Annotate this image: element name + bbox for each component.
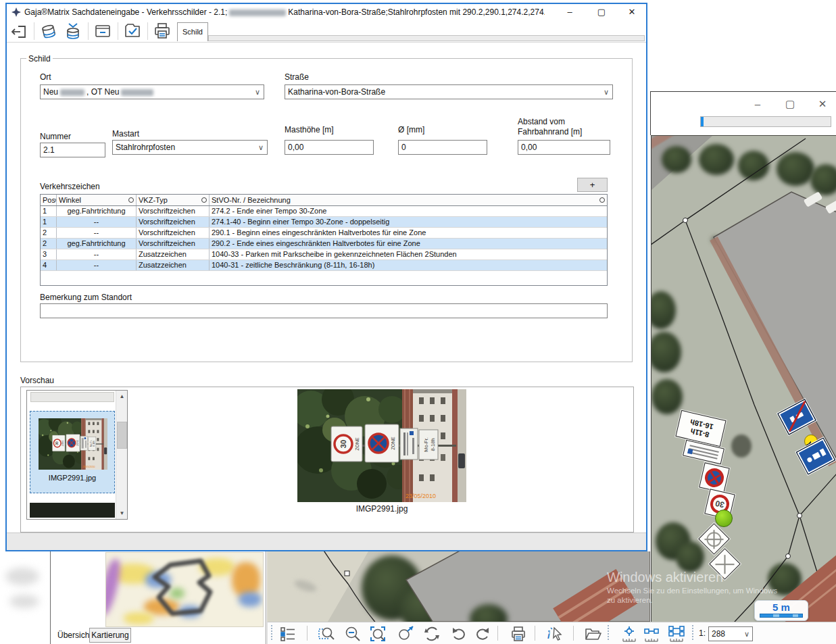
table-row[interactable]: 1-- Vorschriftzeichen274.1-40 - Beginn e… bbox=[41, 217, 607, 228]
strasse-label: Straße bbox=[285, 72, 309, 82]
mastart-combobox[interactable]: Stahlrohrpfosten ∨ bbox=[112, 140, 268, 155]
dialog-maximize-button[interactable]: ▢ bbox=[590, 5, 613, 19]
ort-combobox[interactable]: Neu, OT Neu ∨ bbox=[40, 84, 264, 99]
redacted-text bbox=[121, 89, 153, 96]
durchmesser-label: Ø [mm] bbox=[398, 125, 424, 135]
redacted-text bbox=[60, 89, 84, 96]
thumbnail-scrollbar[interactable]: ▲ ▼ bbox=[116, 391, 127, 519]
redacted-text bbox=[229, 9, 286, 16]
tab-kartierung[interactable]: Kartierung bbox=[89, 628, 131, 643]
map-progress-bar bbox=[700, 116, 831, 127]
print-icon[interactable] bbox=[153, 22, 172, 41]
masthoehe-label: Masthöhe [m] bbox=[285, 125, 334, 135]
map-close-button[interactable]: ✕ bbox=[812, 96, 833, 112]
thumbnail-selected[interactable]: IMGP2991.jpg bbox=[30, 411, 115, 493]
thumbnail-image bbox=[39, 418, 107, 470]
map-sign-time-restriction[interactable]: 8-11h 16-18h bbox=[675, 410, 726, 447]
thumbnail-list[interactable]: IMGP2991.jpg ▲ ▼ bbox=[26, 390, 128, 520]
durchmesser-input[interactable] bbox=[398, 140, 487, 155]
zoom-out-icon[interactable] bbox=[344, 625, 362, 643]
dialog-titlebar[interactable]: Gaja®Matrix Sachdateneingabe - Verkehrss… bbox=[7, 4, 646, 20]
measure-line-icon[interactable] bbox=[643, 625, 660, 643]
verkehrszeichen-label: Verkehrszeichen bbox=[40, 182, 100, 192]
map-toolbar: i 1: 288 ∨ bbox=[267, 622, 836, 644]
tabstrip-filler bbox=[208, 35, 645, 41]
nummer-input[interactable] bbox=[40, 143, 105, 157]
map-canvas-bottom[interactable] bbox=[267, 551, 650, 622]
db-restore-icon[interactable] bbox=[39, 22, 58, 41]
add-verkehrszeichen-button[interactable]: + bbox=[577, 178, 608, 192]
refresh-icon[interactable] bbox=[423, 625, 441, 643]
sort-circle-icon bbox=[599, 197, 605, 203]
chevron-down-icon: ∨ bbox=[255, 85, 260, 99]
preview-image bbox=[297, 389, 466, 502]
tab-schild[interactable]: Schild bbox=[177, 22, 208, 41]
abstand-input[interactable] bbox=[518, 140, 610, 155]
zoom-to-feature-icon[interactable] bbox=[397, 625, 415, 643]
measure-area-icon[interactable] bbox=[668, 625, 685, 643]
legend-icon[interactable] bbox=[279, 625, 297, 643]
tab-uebersicht[interactable]: Übersicht bbox=[57, 630, 92, 640]
scroll-up-button[interactable]: ▲ bbox=[116, 391, 128, 402]
zoom-extent-icon[interactable] bbox=[369, 625, 387, 643]
dialog-toolbar: Schild bbox=[7, 20, 646, 43]
folder-check-icon[interactable] bbox=[123, 22, 142, 41]
map-canvas-right[interactable]: 8-11h 16-18h 30 bbox=[651, 135, 836, 622]
sachdaten-dialog: Gaja®Matrix Sachdateneingabe - Verkehrss… bbox=[5, 3, 647, 551]
svg-text:i: i bbox=[547, 630, 550, 641]
masthoehe-input[interactable] bbox=[285, 140, 374, 155]
dialog-minimize-button[interactable]: – bbox=[558, 5, 581, 19]
sort-circle-icon bbox=[201, 197, 207, 203]
map-sign-blue-start[interactable] bbox=[796, 437, 835, 474]
table-row[interactable]: 3-- Zusatzzeichen1040-33 - Parken mit Pa… bbox=[41, 249, 607, 260]
table-row[interactable]: 2-- Vorschriftzeichen290.1 - Beginn eine… bbox=[41, 228, 607, 239]
abstand-label: Abstand vom Fahrbahnrand [m] bbox=[518, 117, 616, 137]
dialog-title: Gaja®Matrix Sachdateneingabe - Verkehrss… bbox=[24, 4, 545, 20]
overview-panel: Übersicht Kartierung bbox=[50, 551, 266, 644]
red-roof-2 bbox=[553, 569, 637, 622]
zoom-window-icon[interactable] bbox=[318, 625, 335, 643]
preview-caption: IMGP2991.jpg bbox=[297, 504, 466, 514]
strasse-combobox[interactable]: Katharina-von-Bora-Straße ∨ bbox=[285, 84, 613, 99]
exit-icon[interactable] bbox=[9, 22, 28, 41]
table-header[interactable]: Pos Winkel VKZ-Typ StVO-Nr. / Bezeichnun… bbox=[41, 195, 607, 206]
bemerkung-label: Bemerkung zum Standort bbox=[40, 293, 132, 303]
map-minimize-button[interactable]: – bbox=[747, 96, 768, 112]
undo-icon[interactable] bbox=[450, 625, 468, 643]
chevron-down-icon: ∨ bbox=[258, 141, 264, 154]
identify-icon[interactable]: i bbox=[546, 625, 564, 643]
map-sign-no-stopping[interactable] bbox=[699, 462, 730, 493]
thumbnail-partial-bottom[interactable] bbox=[30, 503, 115, 518]
sort-circle-icon bbox=[128, 197, 134, 203]
measure-point-icon[interactable] bbox=[620, 625, 638, 643]
thumbnail-partial-top[interactable] bbox=[30, 392, 114, 402]
scroll-down-button[interactable]: ▼ bbox=[116, 507, 128, 519]
print-map-icon[interactable] bbox=[510, 625, 527, 643]
scrollbar-thumb[interactable] bbox=[117, 422, 127, 449]
vorschau-label: Vorschau bbox=[20, 376, 54, 386]
app-icon bbox=[11, 7, 21, 17]
overview-map[interactable] bbox=[105, 552, 264, 627]
scale-select[interactable]: 288 ∨ bbox=[708, 626, 753, 641]
table-row[interactable]: 2geg.Fahrtrichtung Vorschriftzeichen290.… bbox=[41, 239, 607, 249]
window-remove-icon[interactable] bbox=[93, 22, 112, 41]
table-row[interactable]: 4-- Zusatzzeichen1040-31 - zeitliche Bes… bbox=[41, 260, 607, 271]
mastart-label: Mastart bbox=[112, 129, 139, 139]
redo-icon[interactable] bbox=[474, 625, 491, 643]
schild-group: Schild Ort Neu, OT Neu ∨ Straße Katharin… bbox=[20, 58, 633, 362]
schild-group-title: Schild bbox=[26, 54, 53, 64]
map-marker-green[interactable] bbox=[715, 510, 733, 527]
bemerkung-input[interactable] bbox=[40, 303, 608, 318]
map-window-titlebar: – ▢ ✕ bbox=[650, 91, 836, 135]
db-save-icon[interactable] bbox=[64, 22, 82, 41]
map-maximize-button[interactable]: ▢ bbox=[779, 96, 801, 112]
nummer-label: Nummer bbox=[40, 132, 71, 142]
open-folder-icon[interactable] bbox=[584, 625, 601, 643]
chevron-down-icon: ∨ bbox=[744, 627, 749, 641]
dialog-close-button[interactable]: ✕ bbox=[620, 5, 643, 19]
map-scalebar: 5 m bbox=[754, 600, 808, 621]
map-sign-blue-end[interactable] bbox=[777, 399, 816, 435]
table-row[interactable]: 1geg.Fahrtrichtung Vorschriftzeichen274.… bbox=[41, 206, 607, 217]
scale-prefix-label: 1: bbox=[699, 628, 706, 638]
chevron-down-icon: ∨ bbox=[604, 85, 609, 99]
